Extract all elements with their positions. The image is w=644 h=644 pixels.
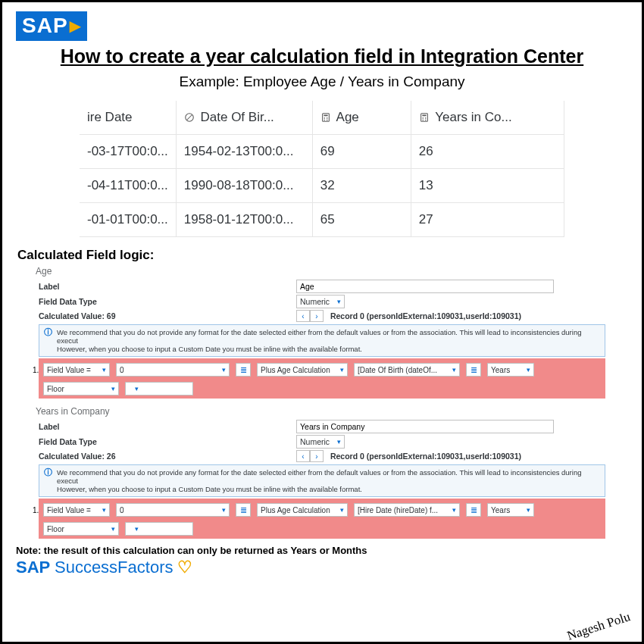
field-value-select[interactable]: Field Value =▾	[43, 363, 110, 377]
record-info: Record 0 (personIdExternal:109031,userId…	[330, 452, 521, 461]
successfactors-logo: SAP SuccessFactors ♡	[16, 558, 628, 577]
chevron-down-icon: ▾	[337, 438, 341, 445]
row-number: 1.	[33, 366, 39, 374]
svg-point-6	[324, 120, 325, 121]
chevron-down-icon: ▾	[452, 366, 456, 374]
footer-note: Note: the result of this calculation can…	[16, 545, 628, 556]
no-format-icon	[184, 112, 195, 123]
svg-rect-9	[422, 115, 426, 117]
chevron-down-icon: ▾	[340, 506, 344, 514]
calc-row-1: Field Value =▾ 0▾ ≣ Plus Age Calculation…	[39, 499, 605, 520]
logic-heading: Calculated Field logic:	[17, 248, 628, 263]
chevron-down-icon: ▾	[111, 525, 115, 533]
prev-record-button[interactable]: ‹	[296, 310, 310, 322]
list-button[interactable]: ≣	[236, 363, 251, 377]
label-label: Label	[39, 282, 296, 291]
info-icon: ⓘ	[44, 468, 52, 493]
operation-select[interactable]: Plus Age Calculation▾	[257, 363, 348, 377]
chevron-down-icon: ▾	[222, 366, 226, 374]
table-row: -01-01T00:0... 1958-01-12T00:0... 65 27	[80, 203, 564, 237]
svg-point-11	[425, 117, 427, 119]
calc-row-1b: Floor▾ ▾	[39, 380, 605, 399]
next-record-button[interactable]: ›	[310, 450, 324, 462]
next-record-button[interactable]: ›	[310, 310, 324, 322]
prev-record-button[interactable]: ‹	[296, 450, 310, 462]
calc-row-1: Field Value =▾ 0▾ ≣ Plus Age Calculation…	[39, 358, 605, 380]
table-row: -03-17T00:0... 1954-02-13T00:0... 69 26	[80, 135, 564, 169]
chevron-down-icon: ▾	[340, 366, 344, 374]
field-value-select[interactable]: Field Value =▾	[43, 503, 110, 517]
col-hire-date: ire Date	[80, 101, 176, 135]
chevron-down-icon: ▾	[135, 525, 139, 533]
svg-rect-3	[324, 115, 327, 117]
svg-rect-2	[322, 114, 329, 122]
calculated-value-label: Calculated Value: 26	[39, 452, 296, 461]
type-label: Field Data Type	[39, 437, 296, 446]
sap-logo: SAP▸	[16, 11, 87, 41]
svg-point-4	[324, 117, 325, 119]
age-section-title: Age	[36, 266, 628, 277]
label-label: Label	[39, 422, 296, 431]
chevron-down-icon: ▾	[527, 506, 530, 514]
round-select[interactable]: Floor▾	[43, 382, 119, 395]
calc-row-1b: Floor▾ ▾	[39, 520, 605, 539]
operation-select[interactable]: Plus Age Calculation▾	[257, 503, 348, 517]
chevron-down-icon: ▾	[337, 298, 341, 305]
age-field-block: Age Label Field Data Type Numeric▾ Calcu…	[16, 266, 628, 399]
constant-select[interactable]: 0▾	[116, 503, 230, 517]
info-icon: ⓘ	[44, 328, 52, 353]
table-row: -04-11T00:0... 1990-08-18T00:0... 32 13	[80, 169, 564, 203]
unit-select[interactable]: Years▾	[487, 363, 534, 377]
svg-point-10	[422, 117, 424, 119]
date-field-select[interactable]: [Date Of Birth (dateOf...▾	[354, 363, 460, 377]
list-button[interactable]: ≣	[236, 503, 251, 517]
record-info: Record 0 (personIdExternal:109031,userId…	[330, 311, 521, 320]
extra-select[interactable]: ▾	[125, 522, 193, 536]
calculated-value-label: Calculated Value: 69	[39, 311, 296, 320]
yic-field-block: Years in Company Label Field Data Type N…	[16, 406, 628, 539]
type-select[interactable]: Numeric▾	[296, 295, 345, 308]
type-label: Field Data Type	[39, 297, 296, 306]
svg-point-12	[422, 120, 424, 121]
page-subtitle: Example: Employee Age / Years in Company	[16, 73, 628, 90]
info-banner: ⓘ We recommend that you do not provide a…	[39, 464, 605, 497]
chevron-down-icon: ▾	[102, 366, 106, 374]
svg-point-7	[327, 120, 328, 121]
heart-icon: ♡	[177, 558, 192, 577]
col-age: Age	[312, 101, 411, 135]
chevron-down-icon: ▾	[452, 506, 456, 514]
extra-select[interactable]: ▾	[125, 382, 193, 395]
page-title: How to create a year calculation field i…	[16, 45, 628, 67]
table-header-row: ire Date Date Of Bir... Age Years in Co.…	[80, 101, 564, 135]
list-button[interactable]: ≣	[466, 503, 481, 517]
date-field-select[interactable]: [Hire Date (hireDate) f...▾	[354, 503, 460, 517]
col-years-in-company: Years in Co...	[411, 101, 564, 135]
chevron-down-icon: ▾	[111, 385, 115, 392]
chevron-down-icon: ▾	[222, 506, 226, 514]
unit-select[interactable]: Years▾	[487, 503, 534, 517]
row-number: 1.	[33, 506, 39, 514]
chevron-down-icon: ▾	[102, 506, 106, 514]
label-input[interactable]	[296, 280, 554, 293]
col-dob: Date Of Bir...	[176, 101, 312, 135]
svg-point-13	[425, 120, 427, 121]
svg-rect-8	[420, 114, 427, 122]
preview-table: ire Date Date Of Bir... Age Years in Co.…	[80, 101, 564, 237]
label-input[interactable]	[296, 420, 554, 433]
yic-section-title: Years in Company	[36, 406, 628, 417]
chevron-down-icon: ▾	[527, 366, 530, 374]
svg-line-1	[186, 115, 192, 120]
type-select[interactable]: Numeric▾	[296, 435, 345, 449]
constant-select[interactable]: 0▾	[116, 363, 230, 377]
svg-point-5	[327, 117, 328, 119]
list-button[interactable]: ≣	[466, 363, 481, 377]
signature: Nagesh Polu	[565, 609, 632, 644]
chevron-down-icon: ▾	[135, 385, 139, 392]
calculator-icon	[419, 112, 430, 123]
round-select[interactable]: Floor▾	[43, 522, 119, 536]
calculator-icon	[320, 112, 331, 123]
info-banner: ⓘ We recommend that you do not provide a…	[39, 324, 605, 357]
